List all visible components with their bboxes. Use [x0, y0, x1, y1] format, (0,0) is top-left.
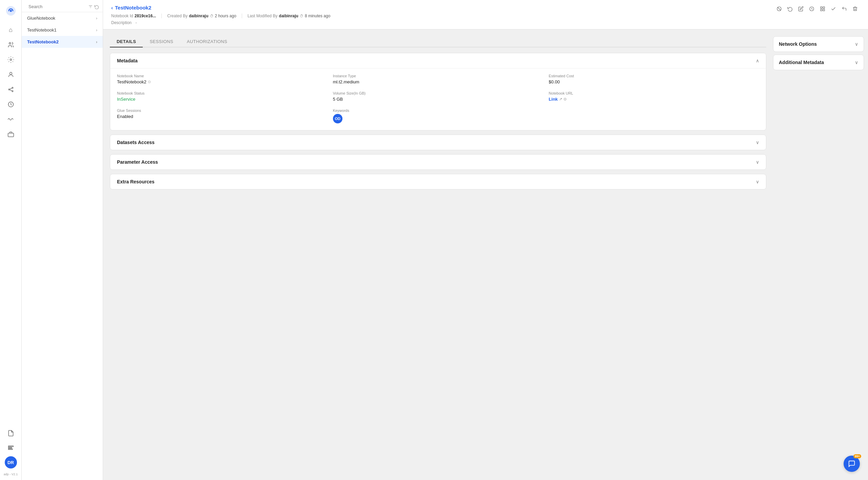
modified-by-value: daibinraju	[279, 14, 298, 18]
metadata-chevron-icon: ∧	[756, 58, 759, 63]
refresh-icon[interactable]	[94, 4, 99, 9]
created-by-value: daibinraju	[189, 14, 208, 18]
instance-type-value: ml.t2.medium	[333, 79, 544, 84]
created-clock-icon: ⏱	[210, 14, 214, 18]
content-area: DETAILS SESSIONS AUTHORIZATIONS Metadata…	[103, 29, 868, 480]
toolbar-edit-icon[interactable]	[796, 4, 806, 14]
toolbar-trash-icon[interactable]	[850, 4, 860, 14]
svg-rect-11	[8, 446, 13, 447]
volume-size-value: 5 GB	[333, 97, 544, 102]
toolbar-check-icon[interactable]	[829, 4, 838, 14]
metadata-section: Metadata ∧ Notebook Name TestNotebook2 ⊙	[110, 53, 766, 131]
datasets-access-section: Datasets Access ∨	[110, 135, 766, 150]
keywords-value: OD	[333, 114, 544, 123]
tabs-bar: DETAILS SESSIONS AUTHORIZATIONS	[110, 36, 766, 47]
instance-type-field: Instance Type ml.t2.medium	[333, 74, 544, 84]
sidebar-item-label: GlueNotebook	[27, 16, 55, 21]
svg-line-20	[777, 7, 781, 10]
notebook-name-copy-icon[interactable]: ⊙	[148, 80, 151, 84]
metadata-section-body: Notebook Name TestNotebook2 ⊙ Instance T…	[110, 68, 766, 130]
datasets-access-header[interactable]: Datasets Access ∨	[110, 135, 766, 150]
modified-clock-icon: ⏱	[300, 14, 303, 18]
svg-rect-13	[8, 449, 13, 450]
notebook-id-label: Notebook Id	[111, 14, 133, 18]
toolbar-refresh-icon[interactable]	[785, 4, 795, 14]
sidebar-chevron-icon: ›	[96, 28, 97, 33]
notebook-url-icons: ↗ ⊙	[559, 97, 567, 101]
notebook-id-field: Notebook Id 2819ce16...	[111, 14, 162, 18]
nav-user-icon[interactable]	[4, 68, 18, 81]
parameter-access-section: Parameter Access ∨	[110, 154, 766, 170]
sidebar-item-testnotebook1[interactable]: TestNotebook1 ›	[22, 24, 103, 36]
filter-icon[interactable]	[88, 4, 93, 9]
sidebar-chevron-icon: ›	[96, 40, 97, 44]
volume-size-field: Volume Size(In GB) 5 GB	[333, 91, 544, 102]
user-avatar[interactable]: DR	[5, 456, 17, 468]
svg-rect-24	[821, 9, 822, 11]
nav-team-icon[interactable]	[4, 38, 18, 52]
external-link-icon[interactable]: ↗	[559, 97, 562, 101]
nav-briefcase-icon[interactable]	[4, 127, 18, 141]
sidebar-item-gluenotebook[interactable]: GlueNotebook ›	[22, 12, 103, 24]
additional-metadata-chevron-icon: ∨	[855, 60, 858, 65]
parameter-access-header[interactable]: Parameter Access ∨	[110, 155, 766, 169]
nav-connections-icon[interactable]	[4, 83, 18, 96]
keywords-field: Keywords OD	[333, 108, 544, 123]
extra-resources-title: Extra Resources	[117, 179, 155, 184]
metadata-section-header[interactable]: Metadata ∧	[110, 53, 766, 68]
parameter-chevron-icon: ∨	[756, 159, 759, 165]
extra-resources-chevron-icon: ∨	[756, 179, 759, 184]
nav-home-icon[interactable]: ⌂	[4, 23, 18, 37]
tab-sessions[interactable]: SESSIONS	[143, 36, 180, 47]
keywords-label: Keywords	[333, 108, 544, 113]
notebook-status-label: Notebook Status	[117, 91, 328, 95]
additional-metadata-section: Additional Metadata ∨	[773, 55, 864, 70]
svg-point-1	[9, 42, 11, 44]
extra-resources-header[interactable]: Extra Resources ∨	[110, 174, 766, 189]
toolbar-clock-icon[interactable]	[807, 4, 816, 14]
toolbar-grid-icon[interactable]	[818, 4, 827, 14]
glue-sessions-value: Enabled	[117, 114, 328, 119]
chat-badge-count: 99+	[853, 454, 861, 458]
created-by-label: Created By	[167, 14, 188, 18]
estimated-cost-label: Estimated Cost	[549, 74, 759, 78]
description-label: Description	[111, 20, 132, 25]
extra-resources-section: Extra Resources ∨	[110, 174, 766, 189]
nav-document-icon[interactable]	[4, 426, 18, 440]
breadcrumb[interactable]: ‹ TestNotebook2	[111, 5, 151, 11]
chat-bubble[interactable]: 99+	[844, 456, 860, 472]
svg-rect-22	[821, 7, 822, 8]
metadata-section-title: Metadata	[117, 58, 138, 63]
sidebar-item-testnotebook2[interactable]: TestNotebook2 ›	[22, 36, 103, 48]
search-input[interactable]	[28, 4, 85, 9]
nav-clock-icon[interactable]	[4, 98, 18, 111]
header-meta: Notebook Id 2819ce16... Created By daibi…	[111, 14, 860, 18]
network-options-header[interactable]: Network Options ∨	[773, 37, 864, 52]
notebook-url-link[interactable]: Link	[549, 97, 558, 102]
svg-point-5	[12, 87, 13, 88]
additional-metadata-title: Additional Metadata	[779, 60, 824, 65]
tab-authorizations[interactable]: AUTHORIZATIONS	[180, 36, 234, 47]
sidebar-search-bar[interactable]	[22, 0, 103, 12]
tab-details[interactable]: DETAILS	[110, 36, 143, 47]
toolbar-ban-icon[interactable]	[774, 4, 784, 14]
glue-sessions-label: Glue Sessions	[117, 108, 328, 113]
notebook-name-label: Notebook Name	[117, 74, 328, 78]
app-logo[interactable]	[4, 4, 18, 18]
toolbar-undo-icon[interactable]	[840, 4, 849, 14]
page-header: ‹ TestNotebook2	[103, 0, 868, 29]
svg-point-6	[12, 91, 13, 92]
additional-metadata-header[interactable]: Additional Metadata ∨	[773, 55, 864, 70]
svg-rect-23	[823, 7, 825, 8]
notebook-id-value: 2819ce16...	[135, 14, 156, 18]
nav-text-icon[interactable]	[4, 441, 18, 455]
nav-settings-icon[interactable]	[4, 53, 18, 66]
header-top-row: ‹ TestNotebook2	[111, 4, 860, 14]
copy-link-icon[interactable]: ⊙	[564, 97, 567, 101]
sidebar-search-controls	[88, 4, 99, 9]
description-field: Description -	[111, 20, 860, 25]
nav-wave-icon[interactable]	[4, 113, 18, 126]
svg-rect-25	[823, 9, 825, 11]
keyword-badge[interactable]: OD	[333, 114, 342, 123]
app-version: adp - V2.1	[4, 473, 18, 476]
